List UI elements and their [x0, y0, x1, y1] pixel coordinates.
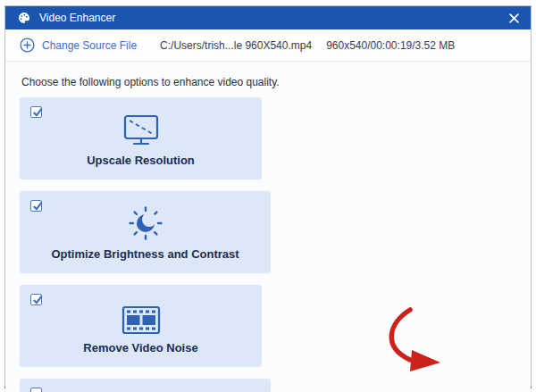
close-icon[interactable]: [507, 12, 520, 24]
optimize-brightness-checkbox[interactable]: [30, 200, 42, 212]
options-grid: Upscale Resolution: [5, 97, 531, 392]
reduce-shaking-checkbox[interactable]: [30, 388, 42, 392]
change-source-file-label: Change Source File: [42, 39, 137, 52]
upscale-resolution-checkbox[interactable]: [30, 106, 42, 118]
main-area: Choose the following options to enhance …: [5, 62, 531, 392]
source-file-info: 960x540/00:00:19/3.52 MB: [326, 39, 455, 52]
add-circle-icon: [20, 38, 35, 53]
card-label: Remove Video Noise: [20, 341, 262, 354]
option-card-optimize-brightness[interactable]: Optimize Brightness and Contrast: [20, 191, 271, 273]
window-title: Video Enhancer: [39, 12, 115, 24]
screenshot-canvas: Video Enhancer Change Source File C:/Use…: [0, 0, 536, 392]
option-card-reduce-shaking[interactable]: Reduce Video Shaking: [20, 379, 271, 392]
titlebar: Video Enhancer: [5, 6, 531, 29]
remove-noise-checkbox[interactable]: [30, 294, 42, 305]
video-enhancer-window: Video Enhancer Change Source File C:/Use…: [4, 5, 532, 388]
card-label: Optimize Brightness and Contrast: [20, 247, 271, 261]
brightness-sun-icon: [20, 191, 271, 243]
camera-shake-icon: [20, 379, 271, 392]
option-card-upscale-resolution[interactable]: Upscale Resolution: [20, 97, 262, 179]
filmstrip-icon: [20, 285, 262, 337]
source-file-path: C:/Users/trish...le 960X540.mp4: [160, 39, 312, 52]
option-card-remove-noise[interactable]: Remove Video Noise: [20, 285, 262, 367]
card-label: Upscale Resolution: [20, 154, 262, 167]
monitor-upscale-icon: [20, 97, 262, 149]
app-palette-icon: [17, 11, 31, 25]
instruction-text: Choose the following options to enhance …: [21, 76, 531, 88]
change-source-file-button[interactable]: Change Source File: [20, 38, 137, 53]
source-file-bar: Change Source File C:/Users/trish...le 9…: [5, 29, 531, 62]
